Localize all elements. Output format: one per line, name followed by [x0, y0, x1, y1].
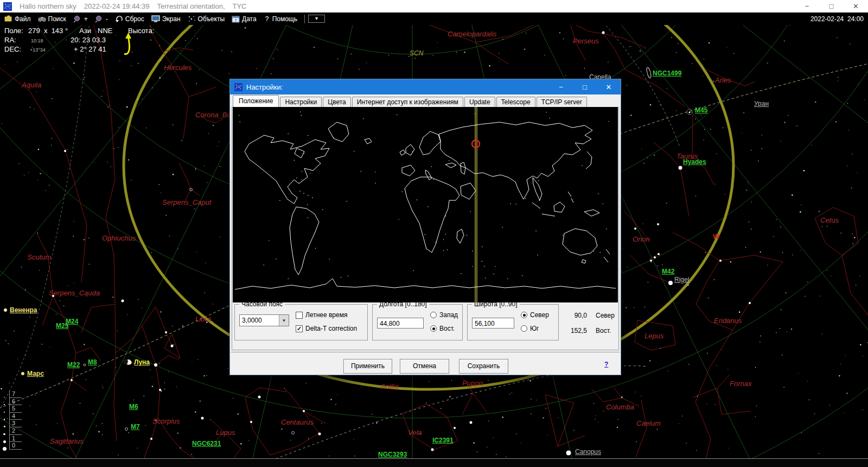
dst-checkbox-box[interactable]: [296, 312, 303, 319]
ra-value: 20: 23 03.3: [71, 36, 106, 44]
horizontal-scrollbar[interactable]: [0, 458, 868, 467]
tab-position[interactable]: Положение: [233, 95, 279, 108]
magnitude-scale: 76543210: [9, 390, 22, 450]
tab-telescope[interactable]: Telescope: [496, 97, 535, 108]
toolbar-help[interactable]: ? Помощь: [261, 15, 301, 23]
apply-button[interactable]: Применить: [343, 359, 392, 374]
tab-tcpip-server[interactable]: TCP/IP server: [537, 97, 587, 108]
minimize-button[interactable]: −: [795, 0, 819, 12]
dst-checkbox[interactable]: Летнее время: [296, 311, 347, 319]
calendar-icon: 7: [232, 15, 240, 23]
toolbar-objects[interactable]: Объекты: [186, 15, 229, 23]
west-radio[interactable]: Запад: [430, 311, 458, 319]
delta-t-checkbox-box[interactable]: ✓: [296, 325, 303, 332]
magnitude-row: 0: [10, 442, 22, 450]
latitude-input[interactable]: 56,100: [472, 318, 514, 329]
azimuth-value: NNE: [98, 27, 112, 35]
sky-label: Ophiuchus: [102, 234, 136, 242]
north-radio-dot[interactable]: [521, 312, 527, 318]
window-titlebar: Hallo northern sky 2022-02-24 19:44:39 T…: [0, 0, 868, 12]
north-radio[interactable]: Север: [521, 311, 549, 319]
south-radio-dot[interactable]: [521, 325, 527, 332]
sky-label: Уран: [754, 100, 769, 108]
delta-t-checkbox[interactable]: ✓ Delta-T correction: [296, 325, 357, 332]
east-radio-label: Вост.: [439, 325, 455, 332]
longitude-group: Долгота [0..180] 44,800 Запад Вост.: [372, 304, 463, 340]
tab-internet-images[interactable]: Интернет доступ к изображениям: [352, 97, 463, 108]
title-mode: Terrestrial orientation,: [157, 2, 225, 10]
sky-label: Lepus: [644, 332, 663, 340]
sky-label: Libra: [195, 315, 211, 323]
sky-label: Caelum: [636, 419, 661, 427]
magnitude-row: 3: [10, 420, 22, 427]
east-radio-dot[interactable]: [430, 325, 437, 332]
field-value: 279 x 143 °: [28, 27, 68, 35]
app-title: Hallo northern sky: [20, 2, 76, 10]
dialog-close-button[interactable]: ✕: [597, 79, 621, 94]
sky-label: Canopus: [575, 448, 601, 456]
magnitude-row: 4: [10, 413, 22, 420]
sky-label: Puppis: [462, 379, 484, 387]
toolbar-search[interactable]: Поиск: [36, 15, 70, 23]
svg-text:?: ?: [265, 15, 269, 22]
timezone-combobox[interactable]: 3,0000 ▼: [239, 314, 289, 326]
sky-label: Марс: [27, 370, 44, 377]
west-radio-dot[interactable]: [430, 312, 437, 318]
sky-label: Antlia: [381, 382, 399, 390]
help-link[interactable]: ?: [604, 361, 608, 368]
sky-label: Vela: [408, 428, 422, 437]
dialog-title: Настройки:: [246, 83, 283, 91]
sky-label: M8: [88, 358, 97, 366]
readout-lat-dir: Север: [596, 312, 615, 319]
magnitude-row: 7: [10, 390, 22, 398]
north-radio-label: Север: [530, 311, 549, 319]
readout-lon-value: 152,5: [563, 327, 587, 335]
tab-colors[interactable]: Цвета: [323, 97, 350, 108]
sky-label: Camelopardalis: [448, 30, 496, 38]
monitor-icon: [151, 15, 160, 22]
toolbar-file[interactable]: Файл: [2, 15, 35, 23]
toolbar-dropdown-button[interactable]: ▼: [308, 15, 325, 23]
cancel-button[interactable]: Отмена: [400, 359, 449, 374]
toolbar-reset[interactable]: Сброс: [113, 15, 148, 23]
timezone-group: Часовой пояс 3,0000 ▼ Летнее время ✓ Del…: [234, 304, 368, 340]
field-label: Поле:: [4, 27, 23, 35]
sky-label: Луна: [134, 358, 150, 366]
dialog-minimize-button[interactable]: −: [549, 79, 573, 94]
app-icon: [3, 2, 12, 11]
dialog-maximize-button[interactable]: □: [573, 79, 597, 94]
save-button[interactable]: Сохранить: [459, 359, 508, 374]
maximize-button[interactable]: □: [819, 0, 844, 12]
west-radio-label: Запад: [439, 311, 458, 319]
sky-label: Serpens_Caput: [162, 198, 211, 206]
magnitude-row: 6: [10, 398, 22, 406]
sky-label: Fornax: [730, 380, 751, 388]
toolbar-zoom-out[interactable]: -: [93, 15, 112, 23]
timezone-value: 3,0000: [240, 317, 279, 324]
latitude-group: Широта [0..90] 56,100 Север Юг: [467, 304, 559, 340]
tab-settings[interactable]: Настройки: [280, 97, 322, 108]
magnitude-row: 2: [10, 427, 22, 435]
close-button[interactable]: ✕: [844, 0, 868, 12]
chevron-down-icon[interactable]: ▼: [279, 315, 289, 326]
toolbar-date[interactable]: 7 Дата: [229, 15, 260, 23]
folder-icon: [4, 15, 12, 22]
sky-label: Scutum: [27, 253, 51, 261]
dialog-titlebar[interactable]: Настройки: − □ ✕: [230, 79, 621, 94]
sky-label: Lupus: [216, 428, 235, 437]
dec-label: DEC:: [4, 45, 21, 53]
south-radio[interactable]: Юг: [521, 325, 539, 332]
sky-label: M6: [129, 403, 138, 411]
toolbar-zoom-in[interactable]: +: [71, 15, 92, 23]
toolbar-screen[interactable]: Экран: [149, 15, 184, 23]
longitude-input[interactable]: 44,800: [377, 318, 424, 329]
sky-label: Scorpius: [152, 417, 180, 425]
tab-update[interactable]: Update: [464, 97, 495, 108]
sky-label: Aries: [715, 76, 731, 84]
title-datetime: 2022-02-24 19:44:39: [84, 2, 150, 10]
east-radio[interactable]: Вост.: [430, 325, 455, 332]
dialog-tabs: Положение Настройки Цвета Интернет досту…: [233, 96, 588, 108]
world-map[interactable]: [233, 107, 618, 302]
toolbar: Файл Поиск + - Сброс: [0, 12, 868, 25]
ra-label: RA:: [4, 36, 16, 44]
